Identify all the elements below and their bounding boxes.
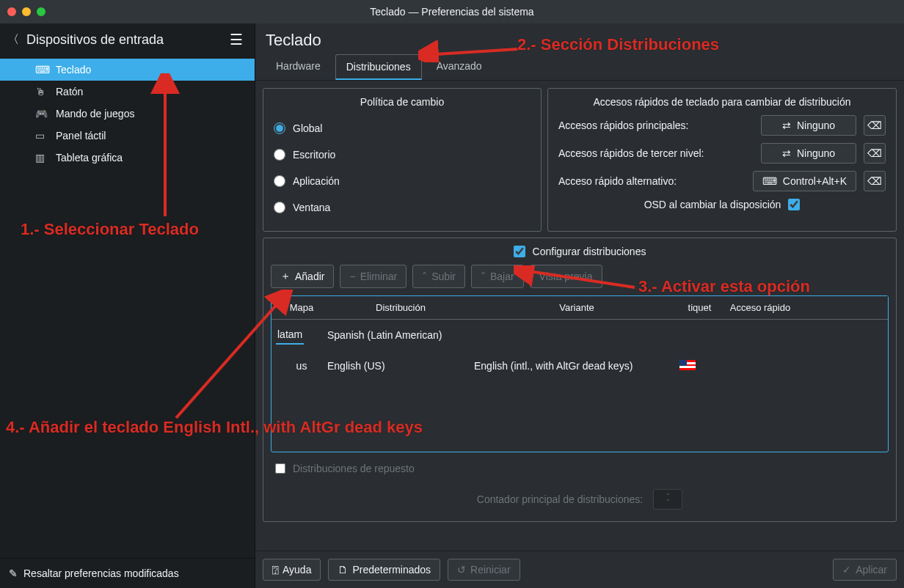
plus-icon: ＋	[280, 270, 291, 283]
page-title: Teclado	[255, 23, 904, 54]
radio-ventana[interactable]: Ventana	[274, 194, 531, 221]
flag-us-icon	[679, 360, 696, 370]
tab-distribuciones[interactable]: Distribuciones	[335, 54, 422, 80]
backspace-icon: ⌫	[867, 120, 882, 131]
keyboard-icon: ⌨	[762, 175, 777, 187]
shortcut-main-button[interactable]: ⇄ Ninguno	[761, 115, 856, 136]
reset-button[interactable]: ↺Reiniciar	[448, 559, 520, 581]
tab-hardware[interactable]: Hardware	[266, 54, 331, 80]
col-variante[interactable]: Variante	[474, 302, 679, 313]
col-distribucion[interactable]: Distribución	[327, 302, 474, 313]
radio-global[interactable]: Global	[274, 115, 531, 142]
shortcut-third-button[interactable]: ⇄ Ninguno	[761, 143, 856, 163]
highlight-icon: ✎	[9, 567, 18, 579]
spare-checkbox[interactable]	[275, 463, 285, 474]
chevron-down-icon: ˅	[666, 499, 670, 505]
maximize-icon[interactable]	[37, 7, 45, 16]
menu-icon[interactable]: ☰	[225, 31, 247, 48]
highlight-label: Resaltar preferencias modificadas	[23, 567, 179, 579]
down-icon: ˅	[481, 271, 486, 282]
mouse-icon: 🖱	[35, 86, 45, 98]
counter-spinner[interactable]: ˄ ˅	[653, 489, 682, 510]
minus-icon: −	[349, 271, 355, 282]
defaults-button[interactable]: 🗋Predeterminados	[328, 559, 440, 581]
highlight-modified-button[interactable]: ✎ Resaltar preferencias modificadas	[0, 558, 255, 588]
backspace-icon: ⌫	[867, 147, 882, 159]
policy-group: Política de cambio Global Escritorio Apl…	[263, 88, 542, 232]
help-button[interactable]: ⍰Ayuda	[263, 559, 321, 581]
up-button[interactable]: ˄Subir	[412, 265, 465, 288]
osd-label: OSD al cambiar la disposición	[644, 199, 781, 210]
main-panel: Teclado Hardware Distribuciones Avanzado…	[255, 23, 904, 588]
touchpad-icon: ▭	[35, 130, 45, 142]
col-mapa[interactable]: Mapa	[276, 302, 327, 313]
shortcuts-group: Accesos rápidos de teclado para cambiar …	[547, 88, 897, 232]
col-tiquet[interactable]: tiquet	[679, 302, 720, 313]
sidebar-item-label: Panel táctil	[56, 130, 106, 142]
shortcut-main-label: Accesos rápidos principales:	[558, 120, 754, 131]
shortcut-third-label: Accesos rápidos de tercer nivel:	[558, 147, 754, 159]
sidebar-item-teclado[interactable]: ⌨ Teclado	[0, 59, 255, 81]
policy-title: Política de cambio	[274, 96, 531, 108]
back-icon[interactable]: 〈	[7, 32, 19, 48]
sidebar-item-label: Ratón	[56, 86, 83, 98]
close-icon[interactable]	[7, 7, 16, 16]
tablet-icon: ▥	[35, 152, 45, 163]
add-button[interactable]: ＋Añadir	[271, 265, 334, 288]
sidebar-item-tableta[interactable]: ▥ Tableta gráfica	[0, 147, 255, 169]
clear-shortcut-main[interactable]: ⌫	[864, 115, 886, 136]
sidebar-item-label: Mando de juegos	[56, 108, 134, 120]
table-row[interactable]: latam Spanish (Latin American)	[271, 320, 888, 350]
remove-button[interactable]: −Eliminar	[340, 265, 407, 288]
spare-label: Distribuciones de repuesto	[293, 463, 415, 474]
shortcut-alt-button[interactable]: ⌨ Control+Alt+K	[753, 171, 856, 191]
configure-layouts-label: Configurar distribuciones	[533, 246, 646, 257]
sidebar: 〈 Dispositivos de entrada ☰ ⌨ Teclado 🖱 …	[0, 23, 255, 588]
sidebar-item-panel-tactil[interactable]: ▭ Panel táctil	[0, 125, 255, 147]
gamepad-icon: 🎮	[35, 108, 48, 120]
up-icon: ˄	[422, 271, 427, 282]
preview-button[interactable]: Vista previa	[530, 265, 602, 288]
layouts-config-group: Configurar distribuciones ＋Añadir −Elimi…	[263, 238, 897, 522]
backspace-icon: ⌫	[867, 175, 882, 187]
help-icon: ⍰	[272, 564, 278, 576]
table-row[interactable]: us English (US) English (intl., with Alt…	[271, 350, 888, 381]
clear-shortcut-alt[interactable]: ⌫	[864, 171, 886, 191]
layouts-table: Mapa Distribución Variante tiquet Acceso…	[271, 295, 889, 452]
shortcuts-title: Accesos rápidos de teclado para cambiar …	[558, 96, 886, 108]
radio-escritorio[interactable]: Escritorio	[274, 142, 531, 168]
sidebar-item-raton[interactable]: 🖱 Ratón	[0, 81, 255, 103]
down-button[interactable]: ˅Bajar	[471, 265, 524, 288]
clear-shortcut-third[interactable]: ⌫	[864, 143, 886, 163]
check-icon: ✓	[842, 564, 851, 576]
reset-icon: ↺	[457, 564, 466, 576]
swap-icon: ⇄	[782, 147, 791, 159]
document-icon: 🗋	[338, 564, 348, 576]
tab-avanzado[interactable]: Avanzado	[426, 54, 492, 80]
keyboard-icon: ⌨	[35, 64, 50, 76]
swap-icon: ⇄	[782, 120, 791, 131]
sidebar-item-mando[interactable]: 🎮 Mando de juegos	[0, 103, 255, 125]
col-acceso[interactable]: Acceso rápido	[720, 302, 801, 313]
shortcut-alt-label: Acceso rápido alternativo:	[558, 175, 746, 187]
counter-label: Contador principal de distribuciones:	[477, 493, 643, 505]
window-title: Teclado — Preferencias del sistema	[370, 6, 533, 18]
sidebar-title[interactable]: Dispositivos de entrada	[26, 32, 218, 48]
radio-aplicacion[interactable]: Aplicación	[274, 168, 531, 194]
minimize-icon[interactable]	[22, 7, 31, 16]
sidebar-item-label: Tableta gráfica	[56, 152, 123, 163]
sidebar-item-label: Teclado	[56, 64, 91, 76]
titlebar: Teclado — Preferencias del sistema	[0, 0, 904, 23]
apply-button[interactable]: ✓Aplicar	[833, 559, 897, 581]
configure-layouts-checkbox[interactable]	[514, 246, 525, 257]
osd-checkbox[interactable]	[788, 199, 800, 210]
